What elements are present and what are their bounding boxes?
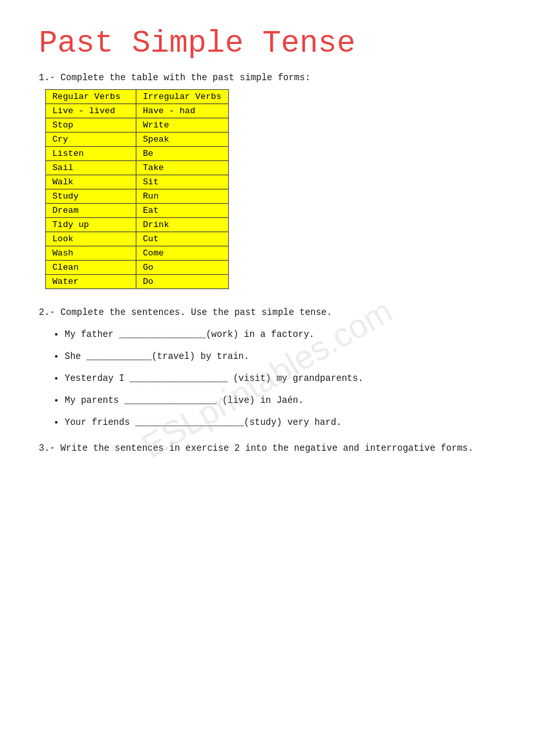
- table-row: DreamEat: [46, 204, 229, 218]
- page-title: Past Simple Tense: [39, 26, 495, 61]
- table-cell: Look: [46, 232, 136, 246]
- table-row: StopWrite: [46, 118, 229, 133]
- table-cell: Run: [136, 189, 229, 204]
- table-row: Live - livedHave - had: [46, 104, 229, 118]
- table-row: StudyRun: [46, 189, 229, 204]
- table-row: CleanGo: [46, 261, 229, 275]
- exercise2-instruction: 2.- Complete the sentences. Use the past…: [39, 307, 495, 318]
- table-cell: Sit: [136, 175, 229, 189]
- table-cell: Have - had: [136, 104, 229, 118]
- table-row: CrySpeak: [46, 133, 229, 147]
- table-header-cell: Irregular Verbs: [136, 90, 229, 104]
- table-cell: Come: [136, 246, 229, 261]
- table-cell: Dream: [46, 204, 136, 218]
- table-cell: Listen: [46, 147, 136, 161]
- table-row: ListenBe: [46, 147, 229, 161]
- table-cell: Water: [46, 275, 136, 289]
- verb-table: Regular VerbsIrregular VerbsLive - lived…: [45, 89, 229, 289]
- table-row: WaterDo: [46, 275, 229, 289]
- table-cell: Sail: [46, 161, 136, 175]
- table-row: WalkSit: [46, 175, 229, 189]
- table-cell: Write: [136, 118, 229, 133]
- table-cell: Wash: [46, 246, 136, 261]
- sentences-list: My father ________________(work) in a fa…: [39, 329, 495, 427]
- table-cell: Go: [136, 261, 229, 275]
- exercise1-instruction: 1.- Complete the table with the past sim…: [39, 72, 495, 83]
- table-row: WashCome: [46, 246, 229, 261]
- table-cell: Clean: [46, 261, 136, 275]
- list-item: My parents _________________ (live) in J…: [65, 395, 495, 405]
- table-cell: Cry: [46, 133, 136, 147]
- table-cell: Tidy up: [46, 218, 136, 232]
- table-cell: Stop: [46, 118, 136, 133]
- table-header-cell: Regular Verbs: [46, 90, 136, 104]
- table-cell: Be: [136, 147, 229, 161]
- list-item: Yesterday I __________________ (visit) m…: [65, 373, 495, 383]
- list-item: My father ________________(work) in a fa…: [65, 329, 495, 340]
- table-cell: Take: [136, 161, 229, 175]
- table-cell: Walk: [46, 175, 136, 189]
- table-cell: Study: [46, 189, 136, 204]
- table-cell: Do: [136, 275, 229, 289]
- table-row: Tidy upDrink: [46, 218, 229, 232]
- table-cell: Speak: [136, 133, 229, 147]
- table-cell: Cut: [136, 232, 229, 246]
- table-row: LookCut: [46, 232, 229, 246]
- list-item: She ____________(travel) by train.: [65, 351, 495, 362]
- table-cell: Drink: [136, 218, 229, 232]
- exercise3-instruction: 3.- Write the sentences in exercise 2 in…: [39, 443, 495, 453]
- table-row: SailTake: [46, 161, 229, 175]
- list-item: Your friends ____________________(study)…: [65, 417, 495, 427]
- table-cell: Live - lived: [46, 104, 136, 118]
- table-cell: Eat: [136, 204, 229, 218]
